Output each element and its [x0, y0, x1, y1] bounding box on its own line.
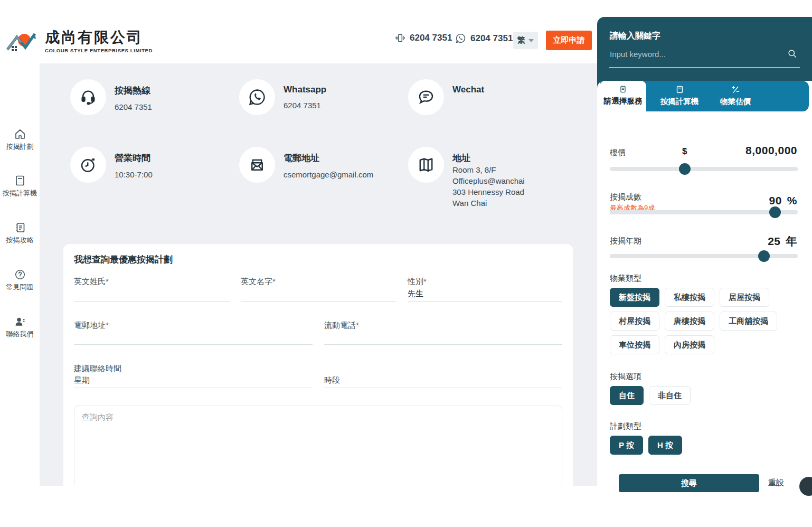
address-line: Room 3, 8/F [452, 164, 525, 175]
service-panel: 請輸入關鍵字 Input keyword... 按揭計算機 [597, 17, 812, 527]
chip-carpark[interactable]: 車位按揭 [610, 335, 659, 354]
message-placeholder: 查詢內容 [82, 412, 114, 422]
header-phone-link[interactable]: 6204 7351 [395, 33, 452, 43]
card-title: 按揭熱線 [115, 84, 152, 97]
tab-select-service[interactable]: 請選擇服務 [600, 81, 646, 111]
chip-non-owner-occupied[interactable]: 非自住 [649, 386, 691, 405]
clock-icon [70, 147, 106, 183]
sidebar-item-faq[interactable]: 常見問題 [0, 268, 40, 291]
email-input[interactable] [74, 344, 313, 345]
email-icon [239, 147, 275, 183]
sidebar-item-label: 常見問題 [0, 284, 40, 291]
headset-icon [70, 79, 106, 115]
reset-button[interactable]: 重設 [768, 478, 784, 488]
form-title: 我想查詢最優惠按揭計劃 [74, 253, 173, 266]
property-type-row3: 車位按揭 內房按揭 [610, 335, 714, 354]
card-value: 6204 7351 [284, 101, 326, 110]
ltv-slider-knob[interactable] [769, 206, 781, 218]
tenor-value: 25年 [768, 234, 797, 249]
chip-p-plan[interactable]: P 按 [610, 436, 643, 455]
sidebar-item-guide[interactable]: 按揭攻略 [0, 221, 40, 244]
price-slider[interactable] [610, 167, 798, 171]
ltv-slider[interactable] [610, 210, 798, 214]
tenor-slider[interactable] [610, 254, 798, 258]
price-value: 8,000,000 [745, 144, 797, 157]
chip-village[interactable]: 村屋按揭 [610, 312, 659, 331]
language-selector[interactable]: 繁 [513, 32, 538, 49]
address-line: Officeplus@wanchai [452, 175, 525, 186]
keyword-underline [609, 67, 800, 68]
chip-hos[interactable]: 居屋按揭 [720, 288, 769, 307]
sidebar-item-label: 按揭計算機 [0, 190, 40, 197]
chevron-down-icon [528, 39, 534, 42]
tab-label: 物業估價 [711, 97, 760, 107]
sidebar-item-calculator[interactable]: 按揭計算機 [0, 174, 40, 197]
price-slider-knob[interactable] [679, 163, 691, 175]
tenor-label: 按揭年期 [610, 236, 641, 246]
card-value: 10:30-7:00 [115, 170, 153, 179]
chip-tenement[interactable]: 唐樓按揭 [665, 312, 714, 331]
chip-private[interactable]: 私樓按揭 [665, 288, 714, 307]
card-title: 電郵地址 [284, 152, 373, 164]
property-type-label: 物業類型 [610, 274, 641, 284]
map-icon [408, 147, 444, 183]
keyword-input[interactable]: Input keyword... [610, 50, 666, 59]
property-type-row1: 新盤按揭 私樓按揭 居屋按揭 [610, 288, 769, 307]
ltv-value: 90% [769, 194, 797, 207]
contact-card-email[interactable]: 電郵地址 csemortgage@gmail.com [239, 147, 373, 183]
card-title: Wechat [452, 84, 484, 95]
tab-property-valuation[interactable]: 物業估價 [711, 81, 760, 111]
apply-now-button[interactable]: 立即申請 [546, 31, 592, 50]
service-doc-icon [600, 85, 646, 93]
address-line: Wan Chai [452, 197, 525, 209]
calculator-icon [650, 85, 709, 94]
card-title: 營業時間 [115, 152, 153, 164]
sidebar-item-mortgage-plans[interactable]: 按揭計劃 [0, 128, 40, 151]
card-value: 6204 7351 [115, 102, 152, 111]
main-content: 按揭熱線 6204 7351 Whatsapp 6204 7351 Wechat [40, 63, 597, 486]
contact-time-label: 建議聯絡時間 [74, 364, 121, 374]
last-name-label: 英文姓氏* [74, 277, 109, 287]
company-name: 成尚有限公司 [45, 30, 153, 46]
search-icon[interactable] [787, 49, 797, 59]
left-sidebar: 按揭計劃 按揭計算機 按揭攻略 [0, 63, 40, 486]
card-value: csemortgage@gmail.com [284, 170, 373, 179]
chip-new-build[interactable]: 新盤按揭 [610, 288, 659, 307]
keyword-title: 請輸入關鍵字 [610, 31, 660, 42]
timeslot-select-label[interactable]: 時段 [324, 375, 340, 385]
home-icon [0, 128, 40, 140]
first-name-input[interactable] [241, 301, 396, 302]
mortgage-option-label: 按揭選項 [610, 372, 641, 382]
sidebar-item-label: 聯絡我們 [0, 331, 40, 338]
valuation-icon [711, 85, 760, 94]
gender-select-underline [408, 301, 562, 302]
gender-select[interactable]: 先生 [408, 289, 423, 299]
sidebar-item-contact[interactable]: 聯絡我們 [0, 315, 40, 338]
contact-card-wechat[interactable]: Wechat [408, 79, 484, 115]
gender-label: 性別* [408, 277, 427, 287]
card-title: Whatsapp [284, 84, 326, 95]
language-current: 繁 [517, 35, 525, 45]
chip-commercial[interactable]: 工商舖按揭 [720, 312, 777, 331]
contact-card-whatsapp[interactable]: Whatsapp 6204 7351 [239, 79, 326, 115]
property-type-row2: 村屋按揭 唐樓按揭 工商舖按揭 [610, 312, 777, 331]
brand-block[interactable]: 成尚有限公司 COLOUR STYLE ENTERPRISES LIMITED [45, 30, 153, 53]
message-textarea[interactable]: 查詢內容 [74, 406, 562, 486]
plan-type-row: P 按 H 按 [610, 436, 682, 455]
chip-mainland[interactable]: 內房按揭 [665, 335, 714, 354]
search-button[interactable]: 搜尋 [619, 474, 759, 492]
header-whatsapp-link[interactable]: 6204 7351 [455, 33, 513, 44]
sidebar-item-label: 按揭攻略 [0, 237, 40, 244]
last-name-input[interactable] [74, 301, 230, 302]
panel-content: 按揭計算機 物業估價 請選擇服務 [597, 81, 812, 527]
tenor-slider-knob[interactable] [758, 250, 770, 262]
company-subtitle: COLOUR STYLE ENTERPRISES LIMITED [45, 48, 153, 53]
tab-mortgage-calculator[interactable]: 按揭計算機 [650, 81, 709, 111]
chip-owner-occupied[interactable]: 自住 [610, 386, 644, 405]
chip-h-plan[interactable]: H 按 [648, 436, 682, 455]
mobile-input[interactable] [324, 344, 562, 345]
whatsapp-icon [239, 79, 275, 115]
ltv-label: 按揭成數 [610, 192, 641, 202]
timeslot-select-underline [324, 388, 562, 388]
weekday-select-label[interactable]: 星期 [74, 375, 90, 385]
